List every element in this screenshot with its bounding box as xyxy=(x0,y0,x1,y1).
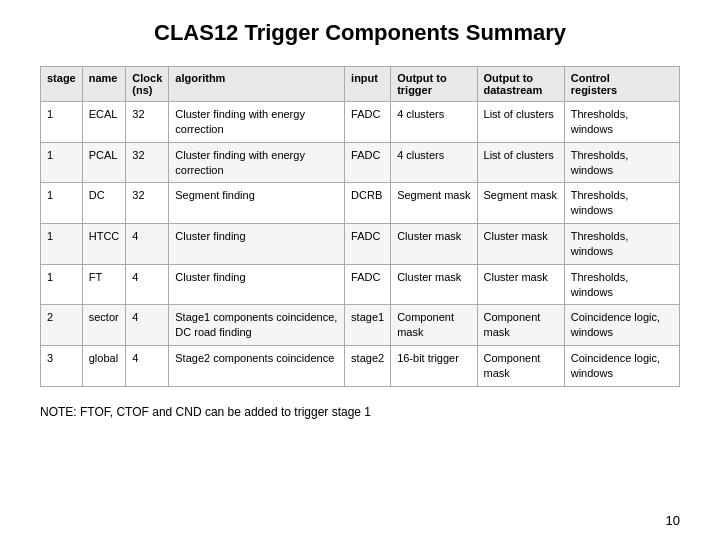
table-cell: FT xyxy=(82,264,126,305)
table-cell: Segment mask xyxy=(391,183,477,224)
table-cell: Stage2 components coincidence xyxy=(169,346,345,387)
table-row: 1FT4Cluster findingFADCCluster maskClust… xyxy=(41,264,680,305)
table-cell: Cluster mask xyxy=(477,264,564,305)
table-cell: DC xyxy=(82,183,126,224)
table-cell: sector xyxy=(82,305,126,346)
table-cell: Cluster mask xyxy=(391,264,477,305)
table-cell: 32 xyxy=(126,142,169,183)
table-row: 3global4Stage2 components coincidencesta… xyxy=(41,346,680,387)
table-cell: 16-bit trigger xyxy=(391,346,477,387)
table-cell: Component mask xyxy=(477,305,564,346)
page-container: CLAS12 Trigger Components Summary stage … xyxy=(0,0,720,540)
table-row: 1DC32Segment findingDCRBSegment maskSegm… xyxy=(41,183,680,224)
table-cell: Stage1 components coincidence, DC road f… xyxy=(169,305,345,346)
table-cell: Cluster mask xyxy=(391,224,477,265)
table-cell: PCAL xyxy=(82,142,126,183)
table-cell: 4 clusters xyxy=(391,102,477,143)
table-cell: 3 xyxy=(41,346,83,387)
table-cell: DCRB xyxy=(345,183,391,224)
table-cell: 32 xyxy=(126,183,169,224)
table-cell: Thresholds, windows xyxy=(564,102,679,143)
table-cell: Segment finding xyxy=(169,183,345,224)
table-cell: FADC xyxy=(345,264,391,305)
table-row: 2sector4Stage1 components coincidence, D… xyxy=(41,305,680,346)
table-cell: 1 xyxy=(41,183,83,224)
table-cell: FADC xyxy=(345,102,391,143)
table-cell: Cluster finding with energy correction xyxy=(169,142,345,183)
table-cell: Thresholds, windows xyxy=(564,142,679,183)
table-cell: stage2 xyxy=(345,346,391,387)
table-cell: Cluster finding xyxy=(169,264,345,305)
col-header-name: name xyxy=(82,67,126,102)
table-cell: 4 xyxy=(126,305,169,346)
table-cell: 1 xyxy=(41,264,83,305)
table-cell: global xyxy=(82,346,126,387)
col-header-algorithm: algorithm xyxy=(169,67,345,102)
table-row: 1PCAL32Cluster finding with energy corre… xyxy=(41,142,680,183)
col-header-control: Controlregisters xyxy=(564,67,679,102)
table-cell: 1 xyxy=(41,142,83,183)
table-cell: Segment mask xyxy=(477,183,564,224)
table-cell: Thresholds, windows xyxy=(564,224,679,265)
col-header-output-trigger: Output totrigger xyxy=(391,67,477,102)
note-text: NOTE: FTOF, CTOF and CND can be added to… xyxy=(40,405,680,419)
col-header-clock: Clock(ns) xyxy=(126,67,169,102)
components-table: stage name Clock(ns) algorithm input Out… xyxy=(40,66,680,387)
table-row: 1ECAL32Cluster finding with energy corre… xyxy=(41,102,680,143)
table-cell: Component mask xyxy=(391,305,477,346)
table-cell: Component mask xyxy=(477,346,564,387)
table-cell: Coincidence logic, windows xyxy=(564,346,679,387)
table-row: 1HTCC4Cluster findingFADCCluster maskClu… xyxy=(41,224,680,265)
table-cell: 2 xyxy=(41,305,83,346)
table-cell: 32 xyxy=(126,102,169,143)
table-cell: 4 xyxy=(126,224,169,265)
table-cell: HTCC xyxy=(82,224,126,265)
table-cell: FADC xyxy=(345,142,391,183)
table-cell: 4 xyxy=(126,264,169,305)
table-cell: 1 xyxy=(41,224,83,265)
table-cell: Coincidence logic, windows xyxy=(564,305,679,346)
table-cell: 4 clusters xyxy=(391,142,477,183)
table-cell: ECAL xyxy=(82,102,126,143)
table-cell: FADC xyxy=(345,224,391,265)
table-cell: Cluster mask xyxy=(477,224,564,265)
table-cell: stage1 xyxy=(345,305,391,346)
table-cell: Thresholds, windows xyxy=(564,264,679,305)
col-header-input: input xyxy=(345,67,391,102)
page-number: 10 xyxy=(666,513,680,528)
page-title: CLAS12 Trigger Components Summary xyxy=(40,20,680,46)
table-header-row: stage name Clock(ns) algorithm input Out… xyxy=(41,67,680,102)
table-cell: Cluster finding with energy correction xyxy=(169,102,345,143)
table-cell: 1 xyxy=(41,102,83,143)
table-cell: 4 xyxy=(126,346,169,387)
table-cell: Cluster finding xyxy=(169,224,345,265)
col-header-stage: stage xyxy=(41,67,83,102)
table-cell: List of clusters xyxy=(477,102,564,143)
table-cell: Thresholds, windows xyxy=(564,183,679,224)
table-cell: List of clusters xyxy=(477,142,564,183)
col-header-output-datastream: Output todatastream xyxy=(477,67,564,102)
